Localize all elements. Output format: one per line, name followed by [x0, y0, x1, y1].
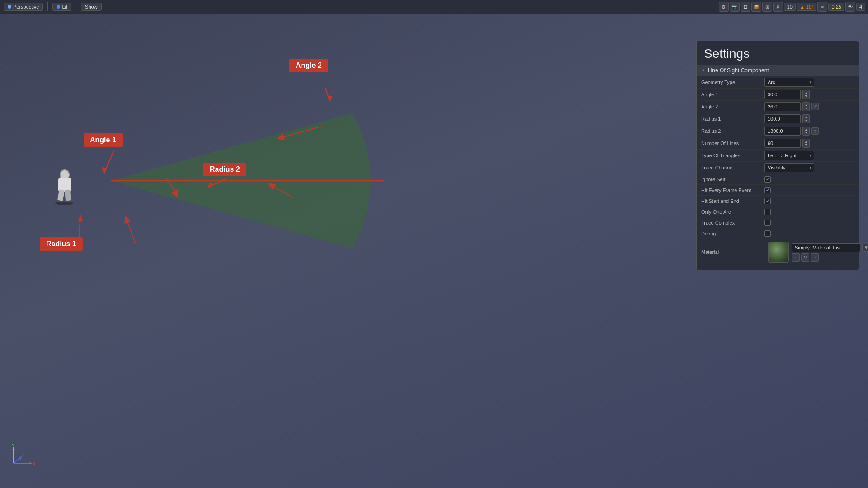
- rt-badge-num1[interactable]: 10: [784, 3, 796, 11]
- checkbox-13[interactable]: [764, 230, 771, 237]
- rt-icon-pencil[interactable]: ✏: [817, 2, 827, 12]
- radius2-label: Radius 2: [203, 163, 246, 176]
- rt-badge-num4[interactable]: 4: [856, 3, 865, 11]
- rt-icon-settings[interactable]: ⚙: [719, 2, 729, 12]
- rt-icon-grid[interactable]: ⊞: [762, 2, 772, 12]
- material-row: Material ▼ ← ↻ →: [697, 239, 859, 265]
- svg-line-7: [104, 150, 114, 174]
- rt-icon-box[interactable]: 📦: [751, 2, 761, 12]
- panel-row-1: Angle 1▲▼: [697, 89, 859, 101]
- panel-row-6: Type Of TrianglesLeft --> Right: [697, 150, 859, 162]
- angle2-label: Angle 2: [289, 59, 328, 72]
- rt-badge-num2[interactable]: ▲ 10°: [797, 3, 817, 11]
- panel-label-6: Type Of Triangles: [701, 153, 764, 158]
- character-leg-right: [65, 190, 71, 201]
- panel-value-11: [764, 209, 854, 215]
- panel-value-6: Left --> Right: [764, 151, 854, 160]
- toolbar-show-btn[interactable]: Show: [81, 3, 102, 11]
- dropdown-wrap-7[interactable]: Visibility: [764, 163, 814, 172]
- panel-label-5: Number Of Lines: [701, 141, 764, 146]
- dropdown-6[interactable]: Left --> Right: [764, 151, 814, 160]
- panel-label-1: Angle 1: [701, 92, 764, 97]
- material-forward-btn[interactable]: →: [811, 253, 819, 262]
- spin-btn-4[interactable]: ▲▼: [802, 127, 810, 136]
- panel-value-9: [764, 187, 854, 193]
- dropdown-7[interactable]: Visibility: [764, 163, 814, 172]
- material-reload-btn[interactable]: ↻: [801, 253, 809, 262]
- material-back-btn[interactable]: ←: [792, 253, 800, 262]
- rt-num3-value: 0.25: [831, 4, 841, 9]
- rt-num2-value: 10°: [806, 4, 814, 9]
- rt-badge-num3[interactable]: 0.25: [828, 3, 844, 11]
- svg-text:X: X: [33, 461, 35, 466]
- spin-btn-1[interactable]: ▲▼: [802, 90, 810, 99]
- number-input-2[interactable]: [764, 102, 801, 111]
- material-name-input[interactable]: [792, 243, 860, 252]
- rt-icon-num[interactable]: #: [773, 2, 783, 12]
- panel-value-4: ▲▼↺: [764, 127, 854, 136]
- svg-line-4: [127, 219, 136, 244]
- panel-label-7: Trace Channel: [701, 165, 764, 170]
- panel-row-13: Debug: [697, 228, 859, 239]
- toolbar-lit-btn[interactable]: Lit: [52, 3, 71, 11]
- svg-marker-12: [78, 215, 83, 221]
- show-label: Show: [85, 4, 98, 9]
- number-input-1[interactable]: [764, 90, 801, 99]
- dropdown-wrap-0[interactable]: Arc: [764, 78, 814, 87]
- perspective-dot: [8, 5, 11, 9]
- cone-visualization: [45, 41, 384, 321]
- panel-label-9: Hit Every Frame Event: [701, 188, 764, 193]
- number-input-3[interactable]: [764, 114, 801, 123]
- material-action-buttons: ← ↻ →: [792, 253, 868, 262]
- checkbox-11[interactable]: [764, 209, 771, 215]
- svg-text:Z: Z: [22, 452, 25, 456]
- panel-row-3: Radius 1▲▼: [697, 113, 859, 125]
- section-header-label: Line Of Sight Component: [708, 67, 769, 74]
- number-input-5[interactable]: [764, 139, 801, 148]
- toolbar-separator: [47, 2, 48, 11]
- svg-text:Y: Y: [12, 443, 14, 447]
- checkbox-10[interactable]: [764, 198, 771, 204]
- rt-icon-frame[interactable]: 🖼: [741, 2, 750, 12]
- panel-label-10: Hit Start and End: [701, 198, 764, 204]
- checkbox-12[interactable]: [764, 220, 771, 226]
- material-label: Material: [701, 249, 764, 255]
- panel-label-0: Geometry Type: [701, 80, 764, 85]
- checkbox-9[interactable]: [764, 187, 771, 193]
- dropdown-wrap-6[interactable]: Left --> Right: [764, 151, 814, 160]
- viewport[interactable]: Angle 2 Angle 1 Radius 2 Radius 1 X Y: [0, 14, 868, 488]
- reset-btn-4[interactable]: ↺: [811, 127, 819, 135]
- rt-icon-camera[interactable]: 📷: [730, 2, 740, 12]
- checkbox-8[interactable]: [764, 176, 771, 183]
- panel-label-8: Ignore Self: [701, 177, 764, 182]
- spin-btn-3[interactable]: ▲▼: [802, 114, 810, 123]
- spin-btn-5[interactable]: ▲▼: [802, 139, 810, 148]
- panel-rows-container: Geometry TypeArcAngle 1▲▼Angle 2▲▼↺Radiu…: [697, 76, 859, 239]
- panel-label-3: Radius 1: [701, 116, 764, 122]
- rt-icon-eye[interactable]: 👁: [845, 2, 855, 12]
- character-figure: [50, 167, 86, 203]
- section-header[interactable]: Line Of Sight Component: [697, 65, 859, 76]
- svg-line-1: [280, 127, 321, 138]
- svg-marker-6: [327, 96, 333, 102]
- panel-value-8: [764, 176, 854, 183]
- material-dropdown-btn[interactable]: ▼: [862, 244, 868, 252]
- number-input-4[interactable]: [764, 127, 801, 136]
- panel-row-8: Ignore Self: [697, 174, 859, 185]
- material-thumbnail[interactable]: [768, 242, 789, 263]
- character-body: [50, 167, 86, 203]
- panel-label-11: Only One Arc: [701, 209, 764, 215]
- panel-label-4: Radius 2: [701, 128, 764, 134]
- material-controls: ▼ ← ↻ →: [768, 242, 868, 263]
- settings-panel: Settings Line Of Sight Component Geometr…: [696, 41, 859, 270]
- rt-num1-value: 10: [787, 4, 793, 9]
- toolbar-perspective-btn[interactable]: Perspective: [4, 3, 43, 11]
- spin-btn-2[interactable]: ▲▼: [802, 102, 810, 111]
- panel-label-2: Angle 2: [701, 104, 764, 109]
- svg-marker-8: [102, 167, 107, 174]
- dropdown-0[interactable]: Arc: [764, 78, 814, 87]
- character-ground-shadow: [55, 202, 73, 205]
- reset-btn-2[interactable]: ↺: [811, 103, 819, 110]
- rt-num4-value: 4: [859, 4, 862, 9]
- panel-value-2: ▲▼↺: [764, 102, 854, 111]
